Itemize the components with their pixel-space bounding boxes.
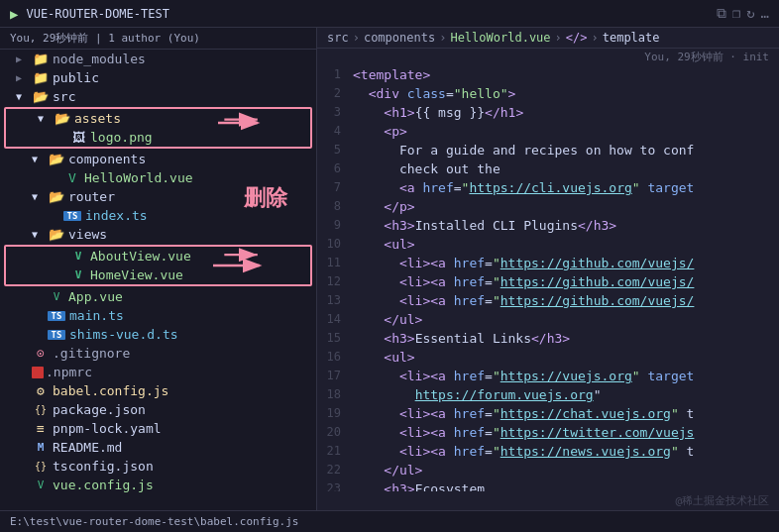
sidebar-item-maints[interactable]: ▶ TS main.ts	[0, 306, 316, 325]
watermark: @稀土掘金技术社区	[317, 491, 779, 510]
code-editor[interactable]: 1 <template> 2 <div class="hello"> 3 <h1…	[317, 65, 779, 491]
code-line-13: 13 <li><a href="https://github.com/vuejs…	[317, 291, 779, 310]
sidebar-item-assets[interactable]: ▼ 📂 assets	[6, 109, 310, 128]
code-line-21: 21 <li><a href="https://news.vuejs.org" …	[317, 442, 779, 461]
item-label: pnpm-lock.yaml	[53, 421, 162, 436]
yaml-icon: ≡	[32, 421, 50, 436]
breadcrumb-file: HelloWorld.vue	[450, 31, 550, 45]
folder-icon: 📁	[32, 70, 50, 85]
breadcrumb-bar: src › components › HelloWorld.vue › </> …	[317, 28, 779, 49]
sidebar-item-readme[interactable]: ▶ M README.md	[0, 438, 316, 457]
watermark-text: @稀土掘金技术社区	[675, 494, 769, 507]
code-line-23: 23 <h3>Ecosystem	[317, 479, 779, 491]
sidebar-item-node-modules[interactable]: ▶ 📁 node_modules	[0, 50, 316, 68]
sidebar-item-shims[interactable]: ▶ TS shims-vue.d.ts	[0, 325, 316, 344]
item-label: src	[53, 89, 75, 104]
vue-icon: V	[63, 170, 81, 185]
config-icon: ⚙	[32, 383, 50, 398]
title-bar-icons: ⧉ ❐ ↻ …	[717, 5, 769, 22]
arrow-icon: ▶	[16, 53, 32, 64]
sidebar-item-router[interactable]: ▼ 📂 router	[0, 187, 316, 206]
files-icon[interactable]: ❐	[732, 5, 740, 22]
code-line-11: 11 <li><a href="https://github.com/vuejs…	[317, 254, 779, 272]
copy-icon[interactable]: ⧉	[717, 5, 726, 22]
folder-open-icon: 📂	[48, 189, 65, 204]
code-line-18: 18 https://forum.vuejs.org"	[317, 385, 779, 404]
sidebar-item-indexts[interactable]: ▶ TS index.ts	[0, 206, 316, 225]
main-area: You, 29秒钟前 | 1 author (You) ▶ 📁 node_mod…	[0, 28, 779, 510]
code-line-5: 5 For a guide and recipes on how to conf	[317, 141, 779, 160]
item-label: README.md	[53, 440, 122, 455]
item-label: assets	[74, 111, 121, 126]
item-label: node_modules	[53, 52, 146, 66]
sidebar-item-vueconfig[interactable]: ▶ V vue.config.js	[0, 476, 316, 494]
item-label: HelloWorld.vue	[84, 170, 193, 185]
item-label: logo.png	[90, 130, 153, 145]
sidebar-item-tsconfig[interactable]: ▶ {} tsconfig.json	[0, 457, 316, 476]
vue-icon: V	[69, 250, 87, 263]
ts-icon: TS	[48, 330, 65, 340]
breadcrumb-sep4: ›	[591, 31, 598, 45]
arrow-icon: ▶	[16, 72, 32, 83]
sidebar-item-public[interactable]: ▶ 📁 public	[0, 68, 316, 87]
item-label: App.vue	[68, 289, 123, 304]
image-icon: 🖼	[69, 130, 87, 145]
item-label: main.ts	[69, 308, 124, 323]
ts-icon: TS	[63, 211, 81, 221]
arrow-icon: ▼	[38, 113, 54, 124]
code-line-19: 19 <li><a href="https://chat.vuejs.org" …	[317, 404, 779, 423]
item-label: index.ts	[85, 208, 148, 223]
git-inline-info: You, 29秒钟前 · init	[317, 49, 779, 65]
item-label: package.json	[53, 402, 146, 417]
sidebar-item-gitignore[interactable]: ▶ ⊙ .gitignore	[0, 344, 316, 363]
folder-open-icon: 📂	[48, 152, 65, 166]
title-bar-icon: ▶	[10, 6, 18, 22]
breadcrumb-sep3: ›	[555, 31, 562, 45]
sidebar-item-components[interactable]: ▼ 📂 components	[0, 150, 316, 168]
status-path: E:\test\vue-router-dome-test\babel.confi…	[10, 515, 298, 528]
sidebar-item-src[interactable]: ▼ 📂 src	[0, 87, 316, 106]
ellipsis-icon[interactable]: …	[761, 5, 769, 22]
breadcrumb-components: components	[364, 31, 435, 45]
item-label: .npmrc	[46, 365, 92, 379]
sidebar-item-package[interactable]: ▶ {} package.json	[0, 400, 316, 419]
title-bar-title: VUE-ROUTER-DOME-TEST	[26, 7, 169, 21]
code-line-22: 22 </ul>	[317, 461, 779, 479]
code-line-14: 14 </ul>	[317, 310, 779, 329]
code-line-16: 16 <ul>	[317, 348, 779, 367]
arrow-icon: ▼	[16, 91, 32, 102]
sidebar: You, 29秒钟前 | 1 author (You) ▶ 📁 node_mod…	[0, 28, 317, 510]
json-icon: {}	[32, 461, 50, 472]
breadcrumb-src: src	[327, 31, 349, 45]
sidebar-item-homeview[interactable]: ▶ V HomeView.vue	[6, 266, 310, 284]
arrow-icon: ▼	[32, 191, 48, 202]
sidebar-item-views[interactable]: ▼ 📂 views	[0, 225, 316, 244]
editor-pane: src › components › HelloWorld.vue › </> …	[317, 28, 779, 510]
status-bar: E:\test\vue-router-dome-test\babel.confi…	[0, 510, 779, 532]
sidebar-item-helloworld[interactable]: ▶ V HelloWorld.vue	[0, 168, 316, 187]
item-label: babel.config.js	[53, 383, 168, 398]
breadcrumb-tag: </>	[566, 31, 588, 45]
item-label: public	[53, 70, 99, 85]
vue-icon: V	[32, 479, 50, 491]
sidebar-item-logo[interactable]: ▶ 🖼 logo.png	[6, 128, 310, 147]
code-line-4: 4 <p>	[317, 122, 779, 141]
code-line-20: 20 <li><a href="https://twitter.com/vuej…	[317, 423, 779, 442]
git-icon: ⊙	[32, 346, 50, 361]
arrow-icon: ▼	[32, 154, 48, 164]
item-label: .gitignore	[53, 346, 130, 361]
sidebar-item-appvue[interactable]: ▶ V App.vue	[0, 287, 316, 306]
sidebar-item-aboutview[interactable]: ▶ V AboutView.vue	[6, 247, 310, 266]
sidebar-item-npmrc[interactable]: ▶ .npmrc	[0, 363, 316, 381]
code-line-2: 2 <div class="hello">	[317, 84, 779, 103]
sidebar-item-pnpmlock[interactable]: ▶ ≡ pnpm-lock.yaml	[0, 419, 316, 438]
folder-open-icon: 📂	[54, 111, 71, 126]
refresh-icon[interactable]: ↻	[746, 5, 754, 22]
npm-icon	[32, 367, 44, 378]
code-line-1: 1 <template>	[317, 65, 779, 84]
code-line-8: 8 </p>	[317, 197, 779, 216]
folder-open-icon: 📂	[32, 89, 50, 104]
item-label: AboutView.vue	[90, 249, 191, 264]
item-label: tsconfig.json	[53, 459, 154, 474]
sidebar-item-babel[interactable]: ▶ ⚙ babel.config.js	[0, 381, 316, 400]
